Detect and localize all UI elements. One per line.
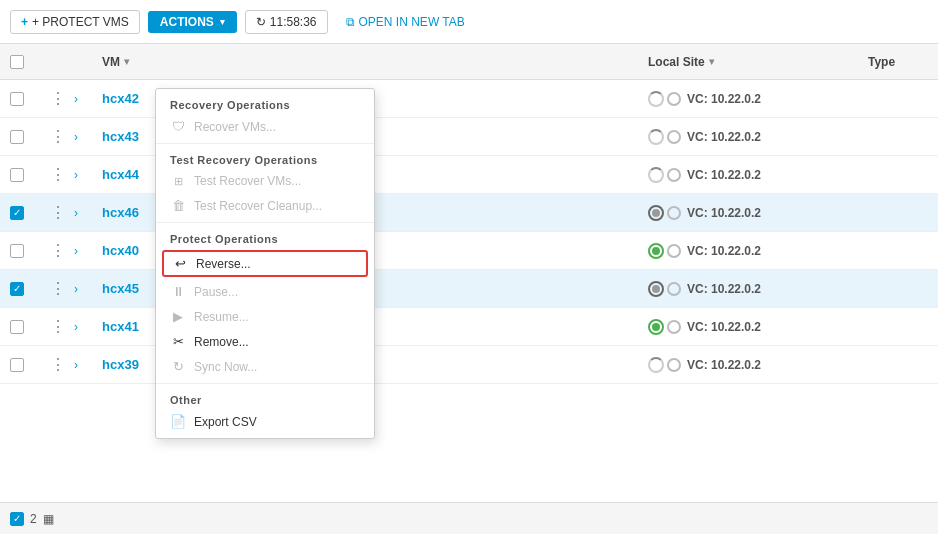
- row-menu-dots[interactable]: ⋮: [50, 204, 67, 221]
- row-expand-btn[interactable]: ›: [74, 92, 78, 106]
- row-checkbox[interactable]: [10, 168, 24, 182]
- vm-site: VC: 10.22.0.2: [687, 92, 761, 106]
- menu-item-label: Remove...: [194, 335, 249, 349]
- status-spinner-icon: [648, 129, 664, 145]
- table-row[interactable]: ⋮ › hcx39 VC: 10.22.0.2: [0, 346, 938, 384]
- time-button[interactable]: ↻ 11:58:36: [245, 10, 328, 34]
- vm-state-ring-icon: [667, 282, 681, 296]
- vm-status-icons: [648, 281, 681, 297]
- protect-vms-button[interactable]: + + PROTECT VMS: [10, 10, 140, 34]
- vm-name: hcx42: [102, 91, 139, 106]
- row-expand-btn[interactable]: ›: [74, 358, 78, 372]
- menu-item-reverse[interactable]: ↩Reverse...: [162, 250, 368, 277]
- row-checkbox[interactable]: [10, 358, 24, 372]
- status-dark-icon: [648, 205, 664, 221]
- row-menu-dots[interactable]: ⋮: [50, 242, 67, 259]
- menu-item-test-recover-vms: ⊞Test Recover VMs...: [156, 169, 374, 193]
- selected-count-checkbox[interactable]: ✓: [10, 512, 24, 526]
- open-tab-label: OPEN IN NEW TAB: [359, 15, 465, 29]
- grid-icon: ▦: [43, 512, 54, 526]
- row-checkbox[interactable]: [10, 244, 24, 258]
- vm-name: hcx45: [102, 281, 139, 296]
- row-menu-dots[interactable]: ⋮: [50, 166, 67, 183]
- menu-item-pause: ⏸Pause...: [156, 279, 374, 304]
- row-checkbox[interactable]: [10, 130, 24, 144]
- table-body: ⋮ › hcx42 VC: 10.22.0.2 ⋮ › hcx43: [0, 80, 938, 384]
- status-dark-icon: [648, 281, 664, 297]
- row-menu-dots[interactable]: ⋮: [50, 356, 67, 373]
- menu-section-label: Test Recovery Operations: [156, 148, 374, 169]
- menu-item-remove[interactable]: ✂Remove...: [156, 329, 374, 354]
- menu-item-label: Sync Now...: [194, 360, 257, 374]
- menu-item-recover-vms: 🛡Recover VMs...: [156, 114, 374, 139]
- vm-name: hcx39: [102, 357, 139, 372]
- select-all-checkbox[interactable]: [10, 55, 24, 69]
- time-label: 11:58:36: [270, 15, 317, 29]
- table-row[interactable]: ⋮ › hcx44 VC: 10.22.0.2: [0, 156, 938, 194]
- status-green-icon: [648, 243, 664, 259]
- row-expand-btn[interactable]: ›: [74, 244, 78, 258]
- status-spinner-icon: [648, 357, 664, 373]
- actions-button[interactable]: ACTIONS ▾: [148, 11, 237, 33]
- vm-status-icons: [648, 319, 681, 335]
- table-row[interactable]: ⋮ › hcx43 VC: 10.22.0.2: [0, 118, 938, 156]
- menu-item-label: Resume...: [194, 310, 249, 324]
- vm-status-icons: [648, 167, 681, 183]
- vm-name: hcx46: [102, 205, 139, 220]
- vm-site: VC: 10.22.0.2: [687, 282, 761, 296]
- protect-vms-label: + PROTECT VMS: [32, 15, 129, 29]
- vm-site: VC: 10.22.0.2: [687, 244, 761, 258]
- row-menu-dots[interactable]: ⋮: [50, 318, 67, 335]
- table-row[interactable]: ✓ ⋮ › hcx45 VC: 10.22.0.2: [0, 270, 938, 308]
- vm-site: VC: 10.22.0.2: [687, 168, 761, 182]
- vm-status-icons: [648, 243, 681, 259]
- menu-divider: [156, 222, 374, 223]
- row-menu-dots[interactable]: ⋮: [50, 280, 67, 297]
- menu-item-label: Export CSV: [194, 415, 257, 429]
- main-content: VM ▾ Local Site ▾ Type ⋮ › hcx42: [0, 44, 938, 534]
- local-filter-icon[interactable]: ▾: [709, 56, 714, 67]
- vm-status-icons: [648, 91, 681, 107]
- row-checkbox[interactable]: ✓: [10, 282, 24, 296]
- row-expand-btn[interactable]: ›: [74, 168, 78, 182]
- row-expand-btn[interactable]: ›: [74, 130, 78, 144]
- row-expand-btn[interactable]: ›: [74, 206, 78, 220]
- type-column-header: Type: [868, 55, 895, 69]
- row-menu-dots[interactable]: ⋮: [50, 128, 67, 145]
- reverse-icon: ↩: [172, 256, 188, 271]
- vm-state-ring-icon: [667, 320, 681, 334]
- table-area: VM ▾ Local Site ▾ Type ⋮ › hcx42: [0, 44, 938, 534]
- menu-section-label: Other: [156, 388, 374, 409]
- actions-dropdown-menu: Recovery Operations🛡Recover VMs...Test R…: [155, 88, 375, 439]
- vm-state-ring-icon: [667, 206, 681, 220]
- menu-item-export-csv[interactable]: 📄Export CSV: [156, 409, 374, 434]
- table-row[interactable]: ⋮ › hcx41 VC: 10.22.0.2: [0, 308, 938, 346]
- table-row[interactable]: ⋮ › hcx40 VC: 10.22.0.2: [0, 232, 938, 270]
- vm-state-ring-icon: [667, 130, 681, 144]
- vm-site: VC: 10.22.0.2: [687, 130, 761, 144]
- row-checkbox[interactable]: ✓: [10, 206, 24, 220]
- vm-status-icons: [648, 129, 681, 145]
- open-new-tab-button[interactable]: ⧉ OPEN IN NEW TAB: [336, 11, 475, 33]
- menu-section-label: Recovery Operations: [156, 93, 374, 114]
- row-menu-dots[interactable]: ⋮: [50, 90, 67, 107]
- row-expand-btn[interactable]: ›: [74, 320, 78, 334]
- resume-icon: ▶: [170, 309, 186, 324]
- menu-section-label: Protect Operations: [156, 227, 374, 248]
- scissors-icon: ✂: [170, 334, 186, 349]
- refresh-icon: ↻: [256, 15, 266, 29]
- table-row[interactable]: ⋮ › hcx42 VC: 10.22.0.2: [0, 80, 938, 118]
- row-checkbox[interactable]: [10, 320, 24, 334]
- menu-divider: [156, 383, 374, 384]
- vm-name: hcx41: [102, 319, 139, 334]
- vm-status-icons: [648, 205, 681, 221]
- row-checkbox[interactable]: [10, 92, 24, 106]
- external-link-icon: ⧉: [346, 15, 355, 29]
- menu-item-label: Pause...: [194, 285, 238, 299]
- vm-status-icons: [648, 357, 681, 373]
- table-row[interactable]: ✓ ⋮ › hcx46 VC: 10.22.0.2: [0, 194, 938, 232]
- row-expand-btn[interactable]: ›: [74, 282, 78, 296]
- vm-filter-icon[interactable]: ▾: [124, 56, 129, 67]
- status-green-icon: [648, 319, 664, 335]
- vm-column-header: VM: [102, 55, 120, 69]
